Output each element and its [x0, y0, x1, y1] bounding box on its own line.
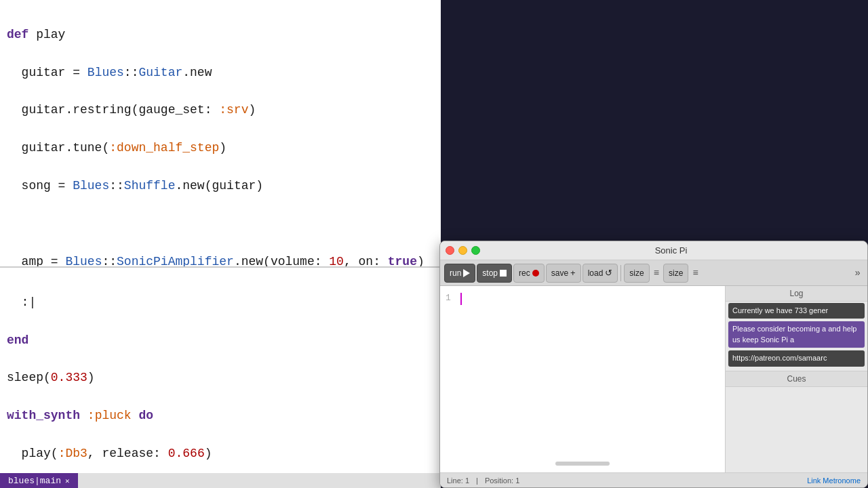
close-window-button[interactable] — [446, 246, 454, 255]
load-icon: ↺ — [605, 268, 612, 278]
rec-button[interactable]: rec — [513, 264, 545, 283]
log-entry-2: Please consider becoming a and help us k… — [728, 321, 865, 348]
window-title: Sonic Pi — [480, 245, 862, 256]
sp-editor[interactable]: 1 — [440, 286, 725, 472]
bottom-code-content: :| end sleep(0.333) with_synth :pluck do… — [0, 268, 441, 488]
sp-editor-inner[interactable]: 1 — [440, 286, 725, 472]
cues-title: Cues — [726, 371, 867, 387]
rec-label: rec — [519, 268, 530, 278]
scrollbar[interactable] — [555, 462, 610, 466]
sonic-pi-window[interactable]: Sonic Pi run stop rec save + load ↺ size… — [439, 241, 868, 488]
chevron-2-icon[interactable]: ≡ — [690, 266, 701, 281]
size1-label: size — [629, 268, 644, 278]
toolbar-sep-1 — [620, 265, 621, 281]
minimize-window-button[interactable] — [458, 246, 467, 255]
toolbar: run stop rec save + load ↺ size ≡ size ≡… — [440, 260, 867, 286]
save-icon: + — [570, 268, 576, 278]
tab-label: blues|main — [8, 476, 61, 486]
chevron-1-icon[interactable]: ≡ — [651, 266, 662, 281]
log-entry-3: https://patreon.com/samaarc — [728, 350, 865, 366]
run-label: run — [450, 268, 461, 278]
link-metronome[interactable]: Link Metronome — [807, 476, 861, 485]
play-icon — [463, 269, 470, 277]
size2-label: size — [669, 268, 683, 278]
maximize-window-button[interactable] — [471, 246, 480, 255]
status-position: Position: 1 — [485, 476, 519, 485]
tab-bar: blues|main ✕ — [0, 473, 441, 488]
traffic-lights — [446, 246, 480, 255]
text-cursor — [460, 293, 462, 305]
rec-dot-icon — [532, 270, 539, 277]
bottom-code-block[interactable]: :| end sleep(0.333) with_synth :pluck do… — [0, 268, 441, 488]
log-panel: Log Currently we have 733 gener Please c… — [725, 286, 867, 472]
log-title: Log — [726, 286, 867, 302]
save-button[interactable]: save + — [546, 264, 581, 283]
load-button[interactable]: load ↺ — [583, 264, 618, 283]
run-button[interactable]: run — [444, 264, 475, 283]
log-entry-1: Currently we have 733 gener — [728, 303, 865, 319]
tab-blues-main[interactable]: blues|main ✕ — [0, 473, 78, 488]
title-bar: Sonic Pi — [440, 241, 867, 260]
load-label: load — [588, 268, 604, 278]
size1-button[interactable]: size — [624, 264, 649, 283]
stop-label: stop — [482, 268, 498, 278]
tab-close-icon[interactable]: ✕ — [65, 476, 70, 485]
status-separator: | — [476, 476, 478, 485]
stop-button[interactable]: stop — [477, 264, 512, 283]
status-line: Line: 1 — [447, 476, 469, 485]
status-bar: Line: 1 | Position: 1 Link Metronome — [440, 472, 867, 487]
more-icon[interactable]: » — [852, 266, 863, 281]
size2-button[interactable]: size — [663, 264, 688, 283]
line-number: 1 — [446, 293, 451, 303]
stop-icon — [500, 270, 507, 277]
sp-main-area: 1 Log Currently we have 733 gener Please… — [440, 286, 867, 472]
save-label: save — [551, 268, 568, 278]
